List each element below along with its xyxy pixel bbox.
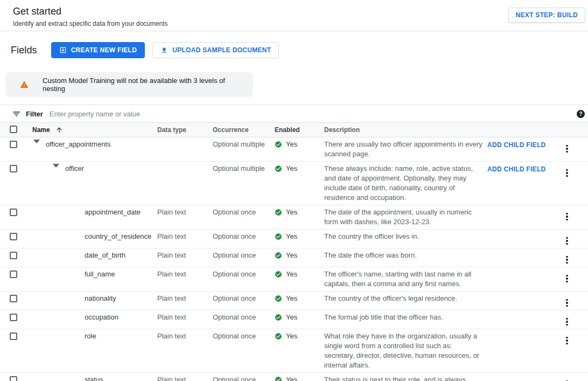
field-name: role — [85, 331, 96, 341]
enabled-value: Yes — [286, 375, 297, 381]
expand-toggle-slot — [71, 251, 85, 254]
field-name: appointment_date — [85, 207, 141, 217]
field-description: Their status is next to their role, and … — [324, 375, 487, 381]
next-step-build-button[interactable]: NEXT STEP: BUILD — [508, 8, 585, 23]
row-checkbox-cell — [0, 164, 32, 175]
field-name-cell: role — [32, 331, 157, 341]
add-child-field-button[interactable]: ADD CHILD FIELD — [487, 140, 546, 150]
page-subtitle: Identify and extract specific data from … — [13, 20, 588, 27]
collapse-arrow-icon[interactable] — [53, 164, 59, 176]
more-options-icon[interactable] — [565, 317, 569, 327]
row-checkbox[interactable] — [10, 165, 17, 172]
row-checkbox[interactable] — [10, 295, 17, 302]
column-header-description: Description — [324, 126, 487, 134]
field-description: There are usually two officer appointmen… — [324, 140, 487, 159]
row-checkbox-cell — [0, 313, 32, 324]
create-new-field-button[interactable]: CREATE NEW FIELD — [51, 42, 145, 58]
field-occurrence: Optional once — [213, 232, 275, 241]
enabled-value: Yes — [286, 140, 297, 149]
create-new-field-label: CREATE NEW FIELD — [71, 46, 137, 54]
add-child-field-button[interactable]: ADD CHILD FIELD — [487, 164, 546, 174]
field-description: These always include: name, role, active… — [324, 164, 487, 203]
table-row: full_name Plain text Optional once Yes T… — [0, 267, 588, 292]
table-row: officer Optional multiple Yes These alwa… — [0, 162, 588, 205]
select-all-checkbox[interactable] — [10, 126, 17, 133]
table-row: appointment_date Plain text Optional onc… — [0, 205, 588, 230]
row-checkbox[interactable] — [10, 271, 17, 278]
upload-icon — [160, 46, 168, 54]
row-menu-cell — [560, 251, 588, 265]
field-name: officer_appointments — [46, 140, 110, 149]
field-enabled-cell: Yes — [275, 375, 324, 381]
field-occurrence: Optional multiple — [213, 140, 275, 149]
more-options-icon[interactable] — [565, 212, 569, 222]
expand-toggle-slot — [71, 207, 85, 211]
more-options-icon[interactable] — [565, 144, 569, 154]
field-description: The officer's name, starting with last n… — [324, 269, 487, 289]
enabled-value: Yes — [286, 269, 297, 279]
more-options-icon[interactable] — [565, 255, 569, 265]
field-data-type: Plain text — [157, 269, 213, 279]
sort-ascending-icon[interactable] — [55, 126, 63, 134]
collapse-arrow-icon[interactable] — [33, 140, 40, 151]
field-name-cell: status — [32, 375, 157, 381]
field-data-type: Plain text — [157, 232, 213, 241]
more-options-icon[interactable] — [565, 336, 569, 346]
row-checkbox[interactable] — [10, 376, 17, 381]
enabled-value: Yes — [286, 313, 297, 322]
row-checkbox[interactable] — [10, 314, 17, 321]
row-menu-cell — [560, 294, 588, 308]
warning-text: Custom Model Training will not be availa… — [43, 77, 244, 93]
field-name: status — [85, 375, 103, 381]
row-checkbox[interactable] — [10, 332, 17, 340]
expand-toggle-slot — [71, 294, 85, 297]
row-checkbox[interactable] — [10, 141, 17, 148]
field-enabled-cell: Yes — [275, 331, 324, 343]
table-row: date_of_birth Plain text Optional once Y… — [0, 248, 588, 267]
row-checkbox-cell — [0, 331, 32, 343]
expand-toggle-slot — [71, 269, 85, 273]
check-circle-icon — [275, 332, 282, 343]
field-occurrence: Optional once — [213, 294, 275, 303]
row-checkbox-cell — [0, 375, 32, 381]
field-description: The country of the officer's legal resid… — [324, 294, 487, 303]
expand-toggle-slot — [32, 140, 46, 153]
more-options-icon[interactable] — [565, 379, 569, 381]
row-checkbox[interactable] — [10, 233, 17, 240]
table-row: role Plain text Optional once Yes What r… — [0, 329, 588, 373]
row-menu-cell — [560, 140, 588, 154]
more-options-icon[interactable] — [565, 298, 569, 308]
filter-bar: Filter ? — [0, 105, 588, 122]
enabled-value: Yes — [286, 207, 297, 217]
more-options-icon[interactable] — [565, 236, 569, 246]
field-name-cell: date_of_birth — [32, 251, 157, 260]
filter-input[interactable] — [50, 110, 577, 118]
upload-sample-document-button[interactable]: UPLOAD SAMPLE DOCUMENT — [152, 42, 279, 58]
warning-banner: Custom Model Training will not be availa… — [5, 72, 253, 97]
field-description: The country the officer lives in. — [324, 232, 487, 241]
more-options-icon[interactable] — [565, 274, 569, 284]
row-menu-cell — [560, 375, 588, 381]
column-header-name[interactable]: Name — [32, 126, 157, 134]
table-header: Name Data type Occurrence Enabled Descri… — [0, 122, 588, 137]
field-occurrence: Optional once — [213, 207, 275, 217]
field-occurrence: Optional multiple — [213, 164, 275, 174]
row-menu-cell — [560, 269, 588, 283]
field-occurrence: Optional once — [213, 375, 275, 381]
field-enabled-cell: Yes — [275, 164, 324, 175]
field-description: The date the officer was born. — [324, 251, 487, 260]
enabled-value: Yes — [286, 251, 297, 260]
field-name: country_of_residence — [85, 232, 151, 241]
help-icon[interactable]: ? — [577, 110, 585, 118]
warning-icon — [19, 80, 29, 89]
row-checkbox[interactable] — [10, 209, 17, 216]
more-options-icon[interactable] — [565, 168, 569, 178]
field-enabled-cell: Yes — [275, 232, 324, 243]
field-enabled-cell: Yes — [275, 313, 324, 324]
field-enabled-cell: Yes — [275, 269, 324, 281]
field-name-cell: officer_appointments — [32, 140, 157, 153]
row-checkbox[interactable] — [10, 252, 17, 259]
row-menu-cell — [560, 164, 588, 178]
page-title: Get started — [13, 6, 588, 17]
column-header-name-label: Name — [32, 126, 50, 134]
